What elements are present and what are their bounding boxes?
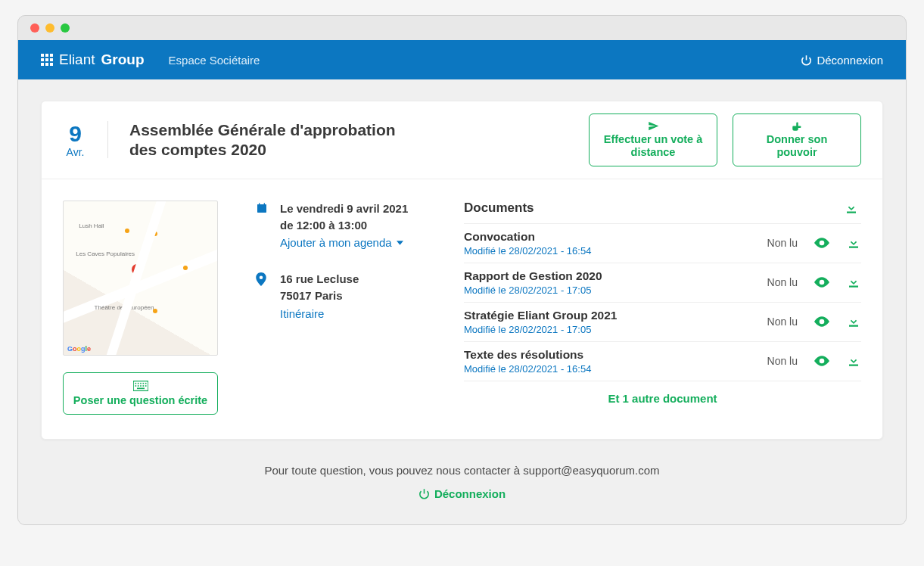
keyboard-icon (133, 381, 148, 391)
location-pin-icon (256, 271, 269, 322)
middle-column: Le vendredi 9 avril 2021 de 12:00 à 13:0… (256, 201, 434, 415)
map-poi-icon (125, 229, 129, 233)
map-label: Théâtre de l'Européen (95, 304, 154, 311)
vote-remote-label: Effectuer un vote à distance (602, 133, 705, 160)
svg-rect-1 (45, 54, 48, 57)
datetime-line2: de 12:00 à 13:00 (280, 219, 367, 232)
document-name: Stratégie Eliant Group 2021 (464, 309, 617, 322)
document-actions: Non lu (758, 236, 861, 250)
window-minimize-dot[interactable] (45, 23, 54, 33)
address-row: 16 rue Lecluse 75017 Paris Itinéraire (256, 271, 434, 322)
add-calendar-label: Ajouter à mon agenda (280, 235, 392, 251)
power-icon (801, 54, 812, 66)
svg-rect-2 (50, 54, 53, 57)
datetime-line1: Le vendredi 9 avril 2021 (280, 202, 408, 215)
svg-rect-16 (135, 385, 136, 387)
download-document-button[interactable] (846, 354, 861, 368)
download-icon (847, 354, 860, 368)
nav-logout-button[interactable]: Déconnexion (801, 54, 883, 67)
event-month: Avr. (63, 146, 88, 158)
document-actions: Non lu (758, 315, 861, 328)
view-document-button[interactable] (814, 238, 829, 248)
address-line1: 16 rue Lecluse (280, 272, 359, 285)
map-thumbnail[interactable]: Lush Hall Les Caves Populaires Théâtre d… (63, 201, 218, 356)
event-body: Lush Hall Les Caves Populaires Théâtre d… (42, 179, 882, 439)
svg-rect-3 (41, 58, 44, 61)
page: Eliant Group Espace Sociétaire Déconnexi… (18, 40, 906, 524)
document-status: Non lu (758, 276, 798, 288)
svg-rect-12 (137, 383, 138, 384)
nav-espace-link[interactable]: Espace Sociétaire (169, 54, 260, 67)
event-header: 9 Avr. Assemblée Générale d'approbation … (42, 101, 882, 179)
document-actions: Non lu (758, 354, 861, 368)
navbar-left: Eliant Group Espace Sociétaire (41, 51, 260, 68)
document-meta: Modifié le 28/02/2021 - 16:54 (464, 363, 591, 375)
footer-contact-text: Pour toute question, vous pouvez nous co… (33, 464, 891, 477)
download-all-button[interactable] (845, 201, 861, 215)
caret-down-icon (397, 241, 403, 245)
add-to-calendar-link[interactable]: Ajouter à mon agenda (280, 235, 403, 251)
eye-icon (814, 316, 829, 327)
document-name: Texte des résolutions (464, 348, 591, 362)
eye-icon (814, 238, 829, 248)
svg-rect-15 (145, 383, 146, 384)
more-documents-link[interactable]: Et 1 autre document (464, 381, 861, 405)
header-actions: Effectuer un vote à distance Donner son … (589, 114, 861, 166)
document-row: ConvocationModifié le 28/02/2021 - 16:54… (464, 223, 861, 263)
documents-list: ConvocationModifié le 28/02/2021 - 16:54… (464, 223, 861, 381)
brand-text-b: Group (101, 51, 145, 68)
proxy-button[interactable]: Donner son pouvoir (733, 114, 861, 166)
hand-point-icon (792, 120, 803, 132)
document-meta: Modifié le 28/02/2021 - 17:05 (464, 324, 617, 335)
datetime-row: Le vendredi 9 avril 2021 de 12:00 à 13:0… (256, 201, 434, 251)
svg-rect-20 (145, 385, 146, 387)
svg-rect-17 (137, 385, 138, 387)
datetime-text: Le vendredi 9 avril 2021 de 12:00 à 13:0… (280, 201, 408, 251)
vote-remote-button[interactable]: Effectuer un vote à distance (589, 114, 717, 166)
download-document-button[interactable] (846, 315, 861, 328)
left-column: Lush Hall Les Caves Populaires Théâtre d… (63, 201, 226, 415)
map-poi-icon (153, 232, 157, 236)
brand-text-a: Eliant (59, 51, 95, 68)
svg-rect-25 (264, 203, 265, 205)
svg-rect-23 (257, 204, 266, 207)
svg-rect-7 (45, 63, 48, 66)
view-document-button[interactable] (814, 277, 829, 288)
download-document-button[interactable] (846, 236, 861, 250)
svg-rect-5 (50, 58, 53, 61)
download-icon (847, 275, 860, 289)
footer-logout-button[interactable]: Déconnexion (418, 487, 506, 500)
document-info: Stratégie Eliant Group 2021Modifié le 28… (464, 309, 617, 335)
power-icon (418, 488, 430, 499)
documents-header: Documents (464, 201, 861, 223)
document-info: Texte des résolutionsModifié le 28/02/20… (464, 348, 591, 375)
document-status: Non lu (758, 316, 798, 328)
ask-question-button[interactable]: Poser une question écrite (63, 372, 218, 415)
eye-icon (814, 356, 829, 366)
address-line2: 75017 Paris (280, 289, 343, 302)
download-document-button[interactable] (846, 275, 861, 289)
svg-rect-0 (41, 54, 44, 57)
view-document-button[interactable] (814, 316, 829, 327)
map-label: Les Caves Populaires (76, 250, 135, 257)
nav-logout-label: Déconnexion (817, 54, 883, 67)
svg-rect-11 (135, 383, 136, 384)
view-document-button[interactable] (814, 356, 829, 366)
browser-frame: Eliant Group Espace Sociétaire Déconnexi… (17, 15, 907, 525)
document-meta: Modifié le 28/02/2021 - 17:05 (464, 285, 602, 296)
window-close-dot[interactable] (30, 23, 39, 33)
document-name: Rapport de Gestion 2020 (464, 269, 602, 283)
svg-rect-6 (41, 63, 44, 66)
footer: Pour toute question, vous pouvez nous co… (18, 440, 906, 509)
document-row: Texte des résolutionsModifié le 28/02/20… (464, 341, 861, 381)
brand[interactable]: Eliant Group (41, 51, 145, 68)
window-titlebar (18, 16, 906, 40)
document-actions: Non lu (758, 275, 861, 289)
document-meta: Modifié le 28/02/2021 - 16:54 (464, 245, 591, 257)
window-maximize-dot[interactable] (61, 23, 70, 33)
document-status: Non lu (758, 355, 798, 367)
directions-link[interactable]: Itinéraire (280, 306, 324, 322)
footer-logout-label: Déconnexion (434, 487, 506, 500)
svg-rect-18 (140, 385, 142, 387)
event-card: 9 Avr. Assemblée Générale d'approbation … (41, 101, 883, 440)
